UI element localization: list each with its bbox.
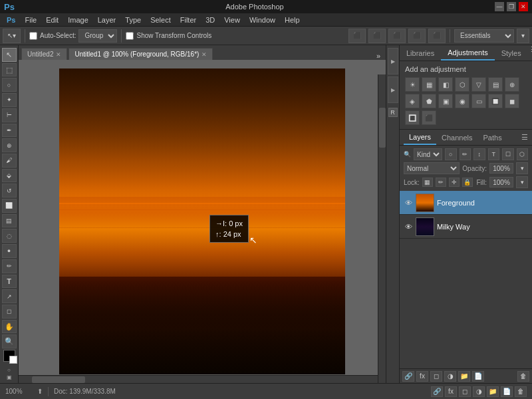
eyedropper-tool[interactable]: ✒ bbox=[2, 124, 17, 138]
brush-tool[interactable]: 🖌 bbox=[2, 154, 17, 168]
blur-tool[interactable]: ◌ bbox=[2, 229, 17, 243]
vertical-scrollbar[interactable] bbox=[378, 74, 386, 383]
kind-btn-4[interactable]: T bbox=[488, 148, 500, 160]
adj-invert[interactable]: ▭ bbox=[471, 94, 486, 108]
adj-channelmix[interactable]: ◉ bbox=[455, 94, 469, 108]
scrollbar-thumb-v[interactable] bbox=[379, 108, 386, 148]
scrollbar-thumb-h[interactable] bbox=[32, 376, 85, 383]
menu-filter[interactable]: Filter bbox=[176, 13, 200, 26]
r-icon[interactable]: R bbox=[388, 108, 398, 117]
layer-milkyway[interactable]: 👁 Milky Way bbox=[400, 215, 532, 239]
close-tab-untitled1[interactable]: ✕ bbox=[201, 51, 207, 58]
status-mask-btn[interactable]: ◻ bbox=[459, 386, 471, 397]
eraser-tool[interactable]: ⬜ bbox=[2, 199, 17, 213]
layers-tab[interactable]: Layers bbox=[404, 130, 436, 145]
fill-input[interactable] bbox=[489, 177, 513, 188]
adj-photofilter[interactable]: ▣ bbox=[438, 94, 453, 108]
move-tool[interactable]: ↖ bbox=[2, 48, 17, 62]
maximize-button[interactable]: ❐ bbox=[507, 2, 516, 11]
gradient-tool[interactable]: ▤ bbox=[2, 214, 17, 228]
auto-select-dropdown[interactable]: Group bbox=[78, 29, 117, 43]
tab-untitled1[interactable]: Untitled1 @ 100% (Foreground, RGB/16*) ✕ bbox=[68, 48, 213, 60]
menu-image[interactable]: Image bbox=[64, 13, 92, 26]
close-button[interactable]: ✕ bbox=[519, 2, 528, 11]
opacity-input[interactable] bbox=[489, 163, 513, 174]
adj-dropdown[interactable]: ▽ bbox=[471, 77, 486, 92]
lock-pixels-btn[interactable]: ✏ bbox=[436, 178, 446, 187]
layer-foreground[interactable]: 👁 Foreground bbox=[400, 191, 532, 215]
delete-layer-btn[interactable]: 🗑 bbox=[517, 371, 529, 382]
marquee-tool[interactable]: ⬚ bbox=[2, 63, 17, 77]
create-layer-btn[interactable]: 📄 bbox=[472, 371, 484, 382]
paths-tab[interactable]: Paths bbox=[478, 130, 507, 145]
horizontal-scrollbar[interactable] bbox=[19, 375, 378, 383]
crop-tool[interactable]: ⊢ bbox=[2, 108, 17, 122]
opacity-arrow[interactable]: ▾ bbox=[516, 162, 528, 174]
transform-controls-checkbox[interactable] bbox=[126, 32, 134, 40]
kind-btn-5[interactable]: ☐ bbox=[502, 148, 514, 160]
menu-help[interactable]: Help bbox=[281, 13, 304, 26]
strip-btn-1[interactable]: ▶ bbox=[388, 48, 398, 74]
add-style-btn[interactable]: fx bbox=[416, 371, 428, 382]
status-adj-btn[interactable]: ◑ bbox=[473, 386, 485, 397]
lock-all-btn[interactable]: 🔒 bbox=[462, 178, 473, 187]
shape-tool[interactable]: ◻ bbox=[2, 305, 17, 319]
zoom-tool[interactable]: 🔍 bbox=[2, 334, 17, 348]
create-group-btn[interactable]: 📁 bbox=[458, 371, 470, 382]
canvas-wrapper[interactable]: →I: 0 px ↑: 24 px ↖ bbox=[19, 60, 386, 383]
tab-overflow-btn[interactable]: » bbox=[374, 52, 383, 60]
workspace-dropdown[interactable]: Essentials bbox=[454, 29, 514, 43]
adj-gradient-map[interactable]: 🔳 bbox=[405, 110, 420, 125]
menu-window[interactable]: Window bbox=[245, 13, 279, 26]
export-icon[interactable]: ⬆ bbox=[37, 388, 43, 395]
menu-layer[interactable]: Layer bbox=[94, 13, 120, 26]
menu-file[interactable]: File bbox=[21, 13, 41, 26]
adj-brightness[interactable]: ☀ bbox=[405, 77, 420, 92]
menu-ps[interactable]: Ps bbox=[3, 13, 19, 26]
adj-exposure[interactable]: ⬡ bbox=[455, 77, 469, 92]
add-adjustment-btn[interactable]: ◑ bbox=[444, 371, 456, 382]
tab-styles[interactable]: Styles bbox=[495, 45, 528, 61]
visibility-milkyway[interactable]: 👁 bbox=[404, 222, 413, 231]
adj-threshold[interactable]: ◼ bbox=[505, 94, 519, 108]
kind-select[interactable]: Kind bbox=[414, 148, 442, 160]
adj-levels[interactable]: ▦ bbox=[422, 77, 436, 92]
foreground-color[interactable] bbox=[3, 350, 15, 362]
fill-arrow[interactable]: ▾ bbox=[516, 176, 528, 188]
move-tool-icon[interactable]: ↖▾ bbox=[3, 29, 21, 43]
history-brush-tool[interactable]: ↺ bbox=[2, 184, 17, 198]
add-mask-btn[interactable]: ◻ bbox=[430, 371, 442, 382]
menu-view[interactable]: View bbox=[220, 13, 244, 26]
kind-btn-2[interactable]: ✏ bbox=[460, 148, 471, 160]
auto-select-checkbox[interactable] bbox=[29, 32, 37, 40]
channels-tab[interactable]: Channels bbox=[436, 130, 477, 145]
type-tool[interactable]: T bbox=[2, 275, 17, 289]
adj-hsl[interactable]: ⊕ bbox=[505, 77, 519, 92]
align-center-h-btn[interactable]: ⬛ bbox=[368, 29, 386, 43]
workspace-search-btn[interactable]: ▾ bbox=[517, 29, 529, 43]
align-left-btn[interactable]: ⬛ bbox=[348, 29, 366, 43]
hand-tool[interactable]: ✋ bbox=[2, 320, 17, 334]
link-layers-btn[interactable]: 🔗 bbox=[402, 371, 414, 382]
stamp-tool[interactable]: ⬙ bbox=[2, 169, 17, 183]
adj-vibrance[interactable]: ▤ bbox=[488, 77, 503, 92]
status-layer-btn[interactable]: 📄 bbox=[501, 386, 513, 397]
minimize-button[interactable]: — bbox=[495, 2, 504, 11]
align-center-v-btn[interactable]: ⬛ bbox=[428, 29, 446, 43]
kind-btn-3[interactable]: ↕ bbox=[473, 148, 485, 160]
lasso-tool[interactable]: ○ bbox=[2, 78, 17, 92]
strip-btn-2[interactable]: ▶ bbox=[388, 76, 398, 103]
path-selection-tool[interactable]: ↗ bbox=[2, 289, 17, 303]
quick-mask-btn[interactable]: ○ bbox=[7, 367, 11, 373]
tab-untitled2[interactable]: Untitled2 ✕ bbox=[21, 48, 67, 60]
adj-curves[interactable]: ◧ bbox=[438, 77, 453, 92]
adj-posterize[interactable]: 🔲 bbox=[488, 94, 503, 108]
layers-menu-btn[interactable]: ☰ bbox=[521, 133, 528, 142]
align-top-btn[interactable]: ⬛ bbox=[408, 29, 426, 43]
quick-select-tool[interactable]: ✦ bbox=[2, 93, 17, 107]
status-link-btn[interactable]: 🔗 bbox=[431, 386, 443, 397]
dodge-tool[interactable]: ● bbox=[2, 244, 17, 258]
pen-tool[interactable]: ✏ bbox=[2, 259, 17, 273]
adj-colorbalance[interactable]: ◈ bbox=[405, 94, 420, 108]
align-right-btn[interactable]: ⬛ bbox=[388, 29, 406, 43]
